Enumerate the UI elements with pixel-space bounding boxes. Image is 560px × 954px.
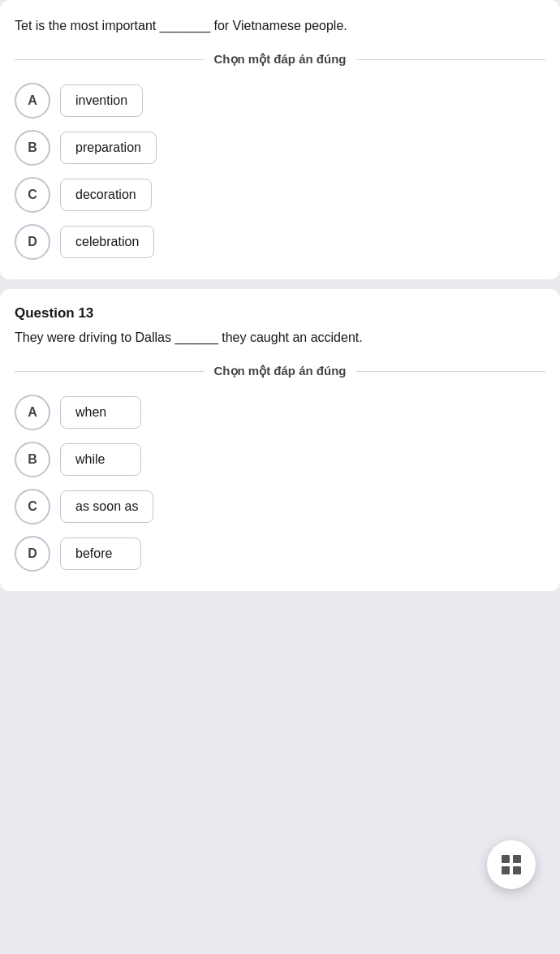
question-12-card: Tet is the most important _______ for Vi… — [0, 0, 560, 279]
question-12-text: Tet is the most important _______ for Vi… — [15, 16, 545, 36]
option-12-a-box[interactable]: invention — [60, 84, 143, 117]
question-12-divider-label: Chọn một đáp án đúng — [205, 52, 356, 67]
option-13-b-row: B while — [15, 442, 545, 477]
option-12-d-row: D celebration — [15, 224, 545, 260]
option-13-c-circle[interactable]: C — [15, 489, 50, 524]
grid-menu-fab[interactable] — [487, 840, 536, 889]
grid-cell-2 — [513, 855, 521, 863]
option-12-b-row: B preparation — [15, 130, 545, 166]
option-13-b-box[interactable]: while — [60, 443, 141, 476]
option-13-c-box[interactable]: as soon as — [60, 490, 153, 523]
question-12-options: A invention B preparation C decoration D… — [15, 83, 545, 260]
option-12-c-box[interactable]: decoration — [60, 179, 152, 211]
option-12-b-box[interactable]: preparation — [60, 132, 157, 164]
question-13-divider: Chọn một đáp án đúng — [15, 364, 545, 378]
option-12-c-row: C decoration — [15, 177, 545, 213]
question-13-title: Question 13 — [15, 305, 545, 322]
option-13-a-row: A when — [15, 395, 545, 430]
option-13-c-row: C as soon as — [15, 489, 545, 524]
divider-line-left — [15, 59, 205, 60]
grid-icon — [502, 855, 521, 874]
divider-line-right — [356, 59, 546, 60]
divider-line-left-13 — [15, 371, 205, 372]
option-13-a-box[interactable]: when — [60, 396, 141, 429]
question-13-options: A when B while C as soon as D before — [15, 395, 545, 572]
option-12-b-circle[interactable]: B — [15, 130, 50, 166]
question-12-divider: Chọn một đáp án đúng — [15, 52, 545, 67]
option-13-b-circle[interactable]: B — [15, 442, 50, 477]
option-12-d-circle[interactable]: D — [15, 224, 50, 260]
option-13-d-box[interactable]: before — [60, 537, 141, 570]
question-13-text: They were driving to Dallas ______ they … — [15, 328, 545, 347]
option-13-a-circle[interactable]: A — [15, 395, 50, 430]
grid-cell-1 — [502, 855, 510, 863]
grid-cell-3 — [502, 866, 510, 874]
question-13-divider-label: Chọn một đáp án đúng — [205, 364, 356, 378]
option-13-d-row: D before — [15, 536, 545, 572]
option-12-a-row: A invention — [15, 83, 545, 119]
grid-cell-4 — [513, 866, 521, 874]
option-12-a-circle[interactable]: A — [15, 83, 50, 119]
divider-line-right-13 — [356, 371, 546, 372]
option-12-c-circle[interactable]: C — [15, 177, 50, 213]
option-13-d-circle[interactable]: D — [15, 536, 50, 572]
question-13-card: Question 13 They were driving to Dallas … — [0, 289, 560, 591]
option-12-d-box[interactable]: celebration — [60, 226, 154, 258]
